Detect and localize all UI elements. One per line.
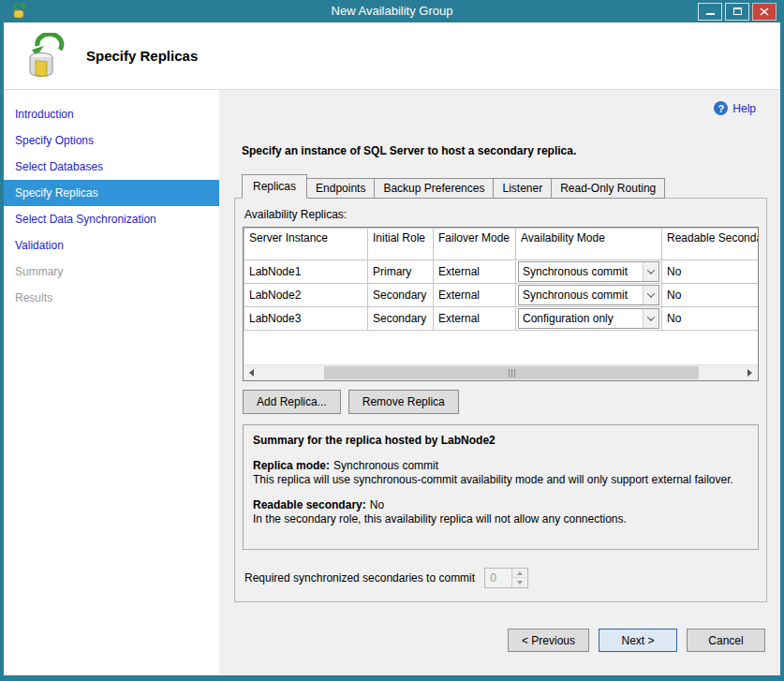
dropdown-button[interactable] xyxy=(643,262,658,281)
tab-listener[interactable]: Listener xyxy=(493,178,552,199)
cell-availability-mode: Configuration only xyxy=(516,307,662,331)
cell-readable-secondary: No xyxy=(662,284,759,307)
main-content: ? Help Specify an instance of SQL Server… xyxy=(219,90,780,675)
cell-server-instance: LabNode2 xyxy=(244,284,368,307)
replicas-grid-viewport: Server Instance Initial Role Failover Mo… xyxy=(244,228,758,364)
cell-failover-mode: External xyxy=(434,260,516,284)
sidebar-item-validation[interactable]: Validation xyxy=(4,232,219,259)
spinner-down-icon xyxy=(517,581,523,585)
wizard-body: Introduction Specify Options Select Data… xyxy=(4,90,780,675)
wizard-header: Specify Replicas xyxy=(4,22,780,90)
cell-availability-mode: Synchronous commit xyxy=(516,260,662,284)
sidebar-item-specify-options[interactable]: Specify Options xyxy=(4,127,219,154)
table-row[interactable]: LabNode3 Secondary External Configuratio… xyxy=(244,307,759,331)
required-secondaries-row: Required synchronized secondaries to com… xyxy=(244,568,759,588)
availability-mode-value: Configuration only xyxy=(519,312,643,325)
title-bar: New Availability Group xyxy=(4,0,780,22)
column-header-failover-mode: Failover Mode xyxy=(434,229,516,260)
sidebar-item-specify-replicas[interactable]: Specify Replicas xyxy=(4,180,219,206)
sidebar-item-select-databases[interactable]: Select Databases xyxy=(4,154,219,180)
window-title: New Availability Group xyxy=(4,4,780,18)
window-controls xyxy=(698,3,777,21)
help-label: Help xyxy=(732,102,756,115)
sidebar-item-select-data-synchronization[interactable]: Select Data Synchronization xyxy=(4,206,219,232)
spinner-buttons xyxy=(511,569,526,587)
availability-mode-select[interactable]: Configuration only xyxy=(518,308,659,329)
remove-replica-button[interactable]: Remove Replica xyxy=(348,390,459,414)
readable-secondary-value: No xyxy=(370,498,384,511)
replicas-panel: Availability Replicas: Server Instance I… xyxy=(234,198,767,602)
summary-title: Summary for the replica hosted by LabNod… xyxy=(253,434,496,447)
cancel-button[interactable]: Cancel xyxy=(687,629,765,652)
wizard-steps-sidebar: Introduction Specify Options Select Data… xyxy=(4,90,219,675)
sidebar-item-summary: Summary xyxy=(4,259,219,285)
sidebar-item-introduction[interactable]: Introduction xyxy=(4,101,219,127)
window-icon xyxy=(11,4,26,19)
instruction-text: Specify an instance of SQL Server to hos… xyxy=(242,144,780,157)
minimize-button[interactable] xyxy=(698,3,722,21)
close-icon xyxy=(760,7,769,16)
previous-button[interactable]: < Previous xyxy=(508,629,589,652)
replica-mode-value: Synchronous commit xyxy=(333,459,438,472)
replicas-grid: Server Instance Initial Role Failover Mo… xyxy=(243,227,759,381)
cell-failover-mode: External xyxy=(434,307,516,331)
table-row[interactable]: LabNode2 Secondary External Synchronous … xyxy=(244,284,759,307)
minimize-icon xyxy=(706,13,715,15)
scroll-right-icon xyxy=(747,369,752,377)
dropdown-button[interactable] xyxy=(643,286,658,304)
readable-secondary-label: Readable secondary: xyxy=(253,498,366,511)
wizard-footer: < Previous Next > Cancel xyxy=(219,629,765,652)
availability-mode-select[interactable]: Synchronous commit xyxy=(518,285,659,305)
required-secondaries-label: Required synchronized secondaries to com… xyxy=(244,571,475,585)
table-row[interactable]: LabNode1 Primary External Synchronous co… xyxy=(244,260,759,284)
availability-replicas-label: Availability Replicas: xyxy=(244,208,759,221)
cell-readable-secondary: No xyxy=(662,260,759,284)
scrollbar-grip-icon xyxy=(509,369,515,378)
horizontal-scrollbar[interactable] xyxy=(244,364,758,380)
maximize-icon xyxy=(733,7,742,15)
required-secondaries-input[interactable] xyxy=(485,569,511,587)
cell-initial-role: Secondary xyxy=(368,284,434,307)
dropdown-button[interactable] xyxy=(643,309,658,328)
column-header-availability-mode: Availability Mode xyxy=(516,229,662,260)
chevron-down-icon xyxy=(647,289,655,297)
column-header-server-instance: Server Instance xyxy=(244,229,368,260)
grid-header-row: Server Instance Initial Role Failover Mo… xyxy=(244,229,759,260)
cell-failover-mode: External xyxy=(434,284,516,307)
cell-server-instance: LabNode1 xyxy=(244,260,368,284)
sidebar-item-results: Results xyxy=(4,285,219,311)
tab-replicas[interactable]: Replicas xyxy=(242,174,307,199)
tab-read-only-routing[interactable]: Read-Only Routing xyxy=(551,178,665,199)
cell-initial-role: Secondary xyxy=(368,307,434,331)
tab-backup-preferences[interactable]: Backup Preferences xyxy=(374,178,494,199)
column-header-initial-role: Initial Role xyxy=(368,229,434,260)
chevron-down-icon xyxy=(647,266,655,274)
tab-endpoints[interactable]: Endpoints xyxy=(306,178,375,199)
column-header-readable-secondary: Readable Secondary xyxy=(662,229,759,260)
scrollbar-thumb[interactable] xyxy=(324,366,699,379)
spinner-up-button[interactable] xyxy=(512,569,526,578)
spinner-up-icon xyxy=(517,571,523,575)
cell-initial-role: Primary xyxy=(368,260,434,284)
new-availability-group-window: New Availability Group Specify Replicas … xyxy=(0,0,784,681)
database-sync-icon xyxy=(24,33,69,80)
maximize-button[interactable] xyxy=(725,3,749,21)
next-button[interactable]: Next > xyxy=(599,629,677,652)
help-link[interactable]: ? Help xyxy=(714,101,756,115)
scroll-left-button[interactable] xyxy=(244,365,259,380)
page-title: Specify Replicas xyxy=(86,48,198,64)
add-replica-button[interactable]: Add Replica... xyxy=(243,390,341,414)
chevron-down-icon xyxy=(647,313,655,320)
cell-server-instance: LabNode3 xyxy=(244,307,368,331)
help-icon: ? xyxy=(714,101,728,115)
availability-mode-select[interactable]: Synchronous commit xyxy=(518,261,659,282)
required-secondaries-spinner xyxy=(484,568,528,588)
availability-mode-value: Synchronous commit xyxy=(519,265,643,278)
grid-button-row: Add Replica... Remove Replica xyxy=(243,390,759,414)
close-button[interactable] xyxy=(752,3,777,21)
scroll-right-button[interactable] xyxy=(742,365,758,380)
cell-availability-mode: Synchronous commit xyxy=(516,284,662,307)
replica-summary-box: Summary for the replica hosted by LabNod… xyxy=(243,424,759,550)
spinner-down-button[interactable] xyxy=(512,578,526,587)
replica-mode-label: Replica mode: xyxy=(253,459,330,472)
